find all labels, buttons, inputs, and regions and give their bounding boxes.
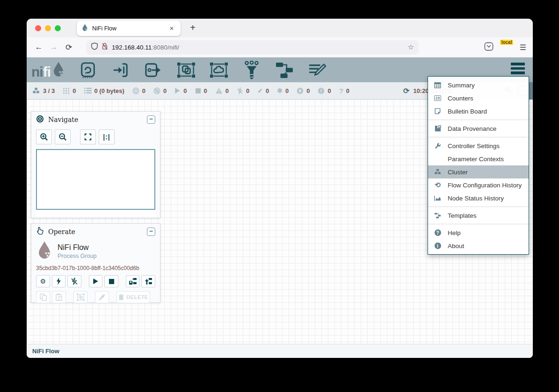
profile-badge: local	[500, 40, 514, 45]
menu-item-summary[interactable]: Summary	[428, 78, 529, 92]
reload-button[interactable]: ⟳	[61, 43, 76, 52]
menu-item-about[interactable]: i About	[428, 239, 529, 252]
locally-modified-stale-count: 0	[327, 87, 331, 94]
close-window-button[interactable]	[35, 25, 41, 31]
input-port-icon[interactable]	[110, 61, 131, 79]
processor-icon[interactable]	[78, 61, 98, 79]
cluster-menu-icon	[434, 169, 442, 175]
create-template-button[interactable]	[126, 275, 140, 287]
stopped-icon	[195, 88, 201, 94]
menu-item-cluster[interactable]: Cluster	[428, 165, 529, 178]
menu-separator	[428, 207, 529, 207]
selected-component-name: NiFi Flow	[58, 241, 96, 252]
menu-separator	[428, 224, 529, 224]
navigate-collapse-button[interactable]: −	[147, 115, 155, 124]
invalid-count: 0	[225, 87, 229, 94]
insecure-lock-icon[interactable]	[102, 43, 108, 52]
queued-icon	[84, 87, 92, 94]
cluster-icon	[32, 87, 40, 94]
disable-button[interactable]	[67, 275, 81, 287]
enable-button[interactable]	[52, 275, 66, 287]
operate-collapse-button[interactable]: −	[147, 228, 155, 236]
url-bar[interactable]: 192.168.40.11 :8080/nifi/ ☆	[87, 40, 419, 55]
refresh-icon[interactable]: ⟳	[403, 86, 409, 95]
profile-avatar[interactable]: local	[501, 42, 512, 53]
birdseye-minimap[interactable]	[36, 149, 155, 210]
zoom-actual-size-button[interactable]: |:|	[99, 129, 115, 144]
menu-item-parameter-contexts[interactable]: Parameter Contexts	[428, 152, 529, 165]
pocket-icon[interactable]	[484, 42, 494, 53]
minimize-window-button[interactable]	[45, 25, 51, 31]
sync-failure-status: ? 0	[339, 87, 349, 94]
disabled-count: 0	[246, 87, 249, 94]
window-edge-strip	[529, 82, 533, 100]
nifi-favicon	[81, 24, 88, 33]
node-status-history-icon	[434, 195, 442, 201]
copy-button	[36, 291, 50, 303]
not-transmitting-icon	[153, 87, 160, 94]
active-threads-icon	[63, 87, 70, 94]
menu-item-controller-settings[interactable]: Controller Settings	[428, 139, 529, 152]
output-port-icon[interactable]	[143, 61, 164, 79]
menu-item-help[interactable]: ? Help	[428, 226, 529, 239]
selected-component-type: Process Group	[58, 253, 96, 259]
breadcrumb-root[interactable]: NiFi Flow	[32, 348, 59, 355]
active-threads-status: 0	[63, 87, 76, 94]
summary-icon	[434, 82, 442, 88]
menu-item-data-provenance[interactable]: Data Provenance	[428, 122, 529, 135]
invalid-status: 0	[215, 87, 229, 94]
nav-right-controls: local ☰	[484, 42, 528, 53]
queued-status: 0 (0 bytes)	[84, 87, 124, 94]
menu-item-node-status-history[interactable]: Node Status History	[428, 192, 529, 205]
running-icon	[174, 87, 181, 94]
navigate-compass-icon	[36, 115, 44, 125]
menu-separator	[428, 120, 529, 120]
browser-window: NiFi Flow ✕ + ← → ⟳ 192.168.40.11 :8080/…	[27, 19, 533, 358]
process-group-icon[interactable]	[176, 61, 196, 79]
logo-text-ni: ni	[31, 65, 43, 79]
menu-item-counters[interactable]: 23 Counters	[428, 92, 529, 105]
global-menu-button[interactable]	[511, 63, 525, 74]
back-button[interactable]: ←	[31, 43, 46, 52]
label-icon[interactable]	[307, 61, 327, 79]
template-icon[interactable]	[274, 61, 295, 79]
about-icon: i	[434, 242, 442, 249]
one-to-one-label: |:|	[103, 133, 110, 141]
stale-status: 0	[297, 87, 310, 94]
start-button[interactable]	[89, 275, 103, 287]
maximize-window-button[interactable]	[55, 25, 61, 31]
configure-button[interactable]: ⚙	[36, 275, 50, 287]
remote-process-group-icon[interactable]	[209, 61, 229, 79]
navigate-tools: |:|	[31, 128, 160, 148]
locally-modified-icon: ✱	[277, 87, 283, 94]
selected-component-id: 35cbd3b7-017b-1000-8bff-1c3405c00d6b	[36, 265, 155, 271]
queued-count: 0 (0 bytes)	[94, 87, 124, 94]
menu-separator	[428, 137, 529, 137]
firefox-menu-icon[interactable]: ☰	[520, 43, 526, 52]
delete-label: DELETE	[126, 294, 148, 300]
flow-configuration-history-icon: ⟲	[434, 181, 442, 189]
navigate-header: Navigate −	[31, 112, 160, 128]
operate-palette: Operate − NiFi Flow Process Group 35cbd3…	[31, 223, 160, 303]
up-to-date-status: ✓ 0	[257, 87, 269, 94]
menu-item-flow-configuration-history[interactable]: ⟲ Flow Configuration History	[428, 178, 529, 192]
browser-tab[interactable]: NiFi Flow ✕	[77, 21, 181, 36]
upload-template-button[interactable]	[141, 275, 155, 287]
sync-failure-count: 0	[346, 87, 349, 94]
forward-button: →	[46, 43, 61, 52]
bookmark-star-icon[interactable]: ☆	[408, 43, 414, 51]
shield-icon[interactable]	[91, 43, 98, 52]
stop-button[interactable]	[104, 275, 118, 287]
menu-item-bulletin-board[interactable]: Bulletin Board	[428, 105, 529, 118]
zoom-in-button[interactable]	[36, 129, 52, 144]
funnel-icon[interactable]	[241, 61, 262, 79]
zoom-fit-button[interactable]	[80, 129, 96, 144]
new-tab-button[interactable]: +	[187, 22, 199, 33]
tab-close-icon[interactable]: ✕	[167, 24, 176, 33]
zoom-out-button[interactable]	[55, 129, 71, 144]
logo-text-fi: fi	[43, 65, 51, 79]
menu-item-templates[interactable]: Templates	[428, 209, 529, 222]
process-group-drop-icon	[36, 241, 53, 261]
cluster-count: 3 / 3	[43, 87, 55, 94]
draggable-components	[78, 61, 327, 79]
